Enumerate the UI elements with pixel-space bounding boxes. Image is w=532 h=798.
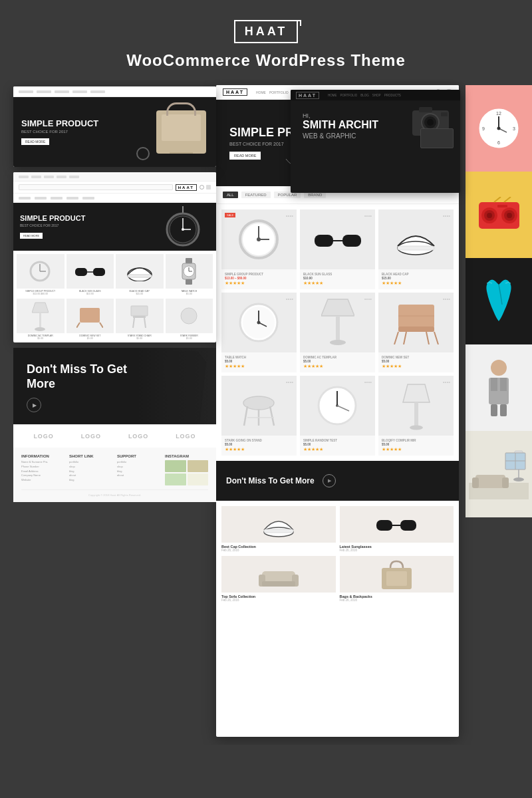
svg-text:6: 6 (497, 140, 500, 145)
products-grid: SALE •••• SIMPLE GROUP PRODUCT $13.00 – … (216, 204, 459, 461)
sd-radio-item (466, 172, 532, 258)
hero-cta-btn[interactable]: READ MORE (229, 152, 261, 160)
preview-smith-archit: HAAT HOME PORTFOLIO BLOG SHOP PRODUCTS H… (291, 90, 460, 193)
radio-svg (477, 197, 521, 233)
svg-rect-15 (128, 275, 152, 277)
svg-point-94 (497, 126, 500, 130)
footer-heading-support: Support (117, 454, 162, 458)
svg-point-68 (410, 426, 423, 430)
rp-featured: Best Cap Collection Feb 26, 2016 Latest … (216, 501, 459, 607)
svg-rect-26 (131, 306, 148, 316)
svg-point-98 (487, 213, 492, 218)
product-card-2[interactable]: •••• BLACK SUN GLASS $10.90 ★★★★★ (300, 209, 375, 289)
svg-text:3: 3 (513, 126, 515, 131)
product-card-8[interactable]: •••• SIMPLE RANDOM TEST $5.00 ★★★★★ (300, 376, 375, 456)
hero-subtitle-1: BEST CHOICE FOR 2017 (21, 130, 98, 134)
rp-play-circle[interactable]: ▶ (323, 474, 336, 487)
sd-clock-item: 12 3 6 9 (466, 85, 532, 172)
footer-heading-links: Short Link (69, 454, 114, 458)
product-thumb-cap[interactable] (116, 254, 164, 289)
svg-text:12: 12 (496, 111, 501, 116)
logo-text: HAAT (245, 25, 288, 38)
header-section: HAAT WooCommerce WordPress Theme (0, 0, 532, 80)
svg-point-50 (257, 321, 261, 324)
svg-rect-71 (376, 520, 392, 531)
filter-featured[interactable]: FEATURED (241, 192, 271, 198)
svg-rect-55 (398, 327, 434, 332)
featured-cap-collection[interactable]: Best Cap Collection Feb 26, 2016 (221, 506, 336, 552)
hero-title-1: SIMPLE PRODUCT (21, 118, 98, 129)
svg-rect-9 (75, 268, 87, 276)
logo-2: LOGO (81, 433, 102, 440)
nav-bar-1 (13, 86, 216, 97)
svg-rect-27 (133, 316, 146, 318)
svg-rect-40 (342, 235, 361, 247)
left-preview-stack: SIMPLE PRODUCT BEST CHOICE FOR 2017 READ… (13, 86, 216, 502)
dont-miss-play-btn[interactable]: ▶ (27, 398, 41, 412)
svg-rect-77 (262, 581, 295, 587)
preview-dark-hero: SIMPLE PRODUCT BEST CHOICE FOR 2017 READ… (13, 86, 216, 167)
svg-point-84 (427, 119, 434, 126)
svg-rect-39 (315, 235, 333, 247)
svg-marker-51 (321, 299, 354, 316)
product-card-9[interactable]: •••• BLOQIFY COMPLIR MIR $5.00 ★★★★★ (378, 376, 454, 456)
featured-sunglasses[interactable]: Latest Sunglasses Feb 26, 2016 (340, 506, 454, 552)
footer-col-instagram: Instagram (165, 454, 208, 485)
product-card-3[interactable]: •••• BLACK HEAD CAP $15.00 ★★★★★ (378, 209, 454, 289)
dont-miss-section: Don't Miss To Get More ▶ (13, 348, 216, 424)
svg-line-103 (494, 197, 501, 202)
featured-bags[interactable]: Bags & Backpacks Feb 26, 2016 (340, 556, 454, 602)
hero-content-1: SIMPLE PRODUCT BEST CHOICE FOR 2017 READ… (21, 118, 98, 146)
footer-heading-information: Information (21, 454, 66, 458)
svg-line-104 (504, 197, 511, 202)
product-card-4[interactable]: •••• TABLE WATCH $5.00 ★★★★★ (221, 293, 297, 372)
footer-section: Information Name & Surname Pra.Phone Num… (13, 448, 216, 502)
clock-svg: 12 3 6 9 (477, 107, 521, 150)
svg-rect-110 (500, 404, 507, 416)
svg-line-60 (270, 406, 274, 426)
theme-subtitle: WooCommerce WordPress Theme (13, 51, 519, 70)
dont-miss-text: Don't Miss To Get More (27, 362, 133, 391)
svg-point-30 (181, 308, 197, 324)
svg-rect-16 (186, 258, 192, 263)
main-nav-logo: HAAT (223, 88, 247, 96)
logo-4: LOGO (176, 433, 196, 440)
product-thumb-glasses[interactable] (66, 254, 114, 289)
svg-line-58 (244, 406, 247, 426)
svg-rect-85 (441, 112, 448, 116)
svg-rect-114 (472, 477, 479, 488)
svg-point-101 (507, 213, 512, 218)
product-card-7[interactable]: •••• STARK GOING ON STAND $5.00 ★★★★★ (221, 376, 297, 456)
product-thumb-clock[interactable] (17, 254, 65, 289)
svg-rect-109 (491, 404, 497, 416)
filter-all[interactable]: ALL (223, 192, 238, 198)
featured-sofa[interactable]: Top Sofa Collection Feb 26, 2016 (221, 556, 336, 602)
hero-dark-1: SIMPLE PRODUCT BEST CHOICE FOR 2017 READ… (13, 97, 216, 167)
product-thumb-watch[interactable] (166, 254, 213, 289)
bag-graphic-1 (156, 102, 206, 159)
product-card-6[interactable]: •••• DOMINIC NEW SET $5.00 ★★★★★ (378, 293, 454, 372)
logo-bracket (295, 20, 301, 26)
copyright: Copyright © 2016 Haat. All Rights Reserv… (21, 489, 208, 497)
logo-1: LOGO (33, 433, 54, 440)
svg-rect-107 (491, 378, 497, 391)
hero-btn-1[interactable]: READ MORE (21, 138, 49, 145)
svg-point-5 (182, 228, 184, 231)
svg-point-24 (35, 327, 45, 331)
nav-bar-2 (13, 172, 216, 182)
footer-col-links: Short Link portfolioshopblogaboutblog (69, 454, 114, 485)
preview-search-products: HAAT SIMPLE PRODUCT BEST CHOICE FOR 2017 (13, 172, 216, 342)
svg-rect-113 (475, 475, 505, 488)
svg-rect-108 (500, 378, 507, 391)
svg-marker-66 (403, 384, 430, 402)
product-card-1[interactable]: SALE •••• SIMPLE GROUP PRODUCT $13.00 – … (221, 209, 297, 289)
room-svg (469, 450, 529, 499)
svg-rect-23 (39, 313, 41, 329)
svg-point-117 (513, 477, 524, 481)
svg-rect-21 (186, 279, 192, 285)
svg-point-53 (330, 340, 346, 345)
svg-rect-67 (414, 402, 418, 428)
svg-rect-81 (419, 107, 432, 112)
svg-rect-25 (80, 308, 100, 323)
product-card-5[interactable]: •••• DOMINIC AC TEMPLAR $5.00 ★★★★★ (300, 293, 375, 372)
